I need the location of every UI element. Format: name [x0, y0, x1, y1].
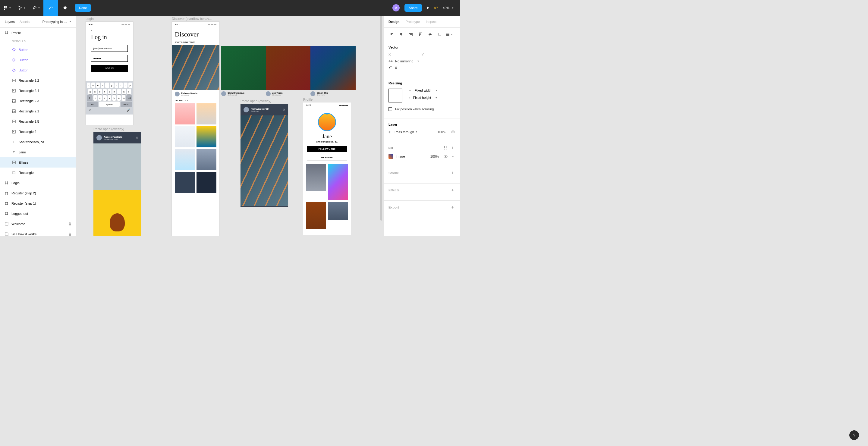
design-tab[interactable]: Design — [389, 20, 400, 24]
layer-item[interactable]: Button — [0, 44, 76, 55]
svg-rect-15 — [5, 222, 8, 225]
fill-opacity-input[interactable]: 100% — [430, 155, 439, 158]
vertical-constraint[interactable]: ↕Fixed height▼ — [408, 96, 455, 99]
zoom-control[interactable]: 40%▼ — [443, 6, 454, 10]
horizontal-constraint[interactable]: ↔Fixed width▼ — [408, 89, 455, 92]
resizing-section: Resizing ↔Fixed width▼ ↕Fixed height▼ Fi… — [384, 77, 460, 119]
align-right-icon[interactable] — [407, 31, 414, 38]
layer-item[interactable]: Welcome — [0, 219, 76, 229]
layer-opacity-input[interactable]: 100% — [438, 130, 446, 134]
artboard-discover[interactable]: 9:27▬ ▬ ▬ Discover WHAT'S NEW TODAY Ridh… — [172, 22, 219, 236]
keyboard: qwertyuiop asdfghjkl ⇧zxcvbnm⌫ 123 space… — [86, 81, 133, 115]
canvas[interactable]: Login 9:27▬ ▬ ▬ ‹ Log in jane@example.co… — [76, 16, 383, 236]
constraints-widget[interactable] — [389, 89, 402, 102]
canvas-scrollbar[interactable] — [380, 16, 382, 221]
login-heading: Log in — [86, 34, 133, 41]
paint-bucket-tool[interactable] — [58, 0, 72, 16]
missing-fonts-badge[interactable]: A? — [434, 6, 438, 10]
align-top-icon[interactable] — [417, 31, 424, 38]
add-export-icon[interactable]: + — [450, 205, 455, 210]
layer-item[interactable]: Button — [0, 55, 76, 65]
bend-tool[interactable] — [43, 0, 58, 16]
carousel-card-2[interactable]: Clem Onojeghuo@clemono2 — [221, 46, 267, 98]
layer-item[interactable]: Rectangle 2.1 — [0, 106, 76, 116]
svg-rect-2 — [4, 9, 5, 10]
message-button: MESSAGE — [307, 154, 347, 161]
prototype-tab[interactable]: Prototype — [406, 20, 420, 24]
assets-tab[interactable]: Assets — [20, 20, 30, 24]
distribute-icon[interactable]: ▼ — [446, 31, 453, 38]
style-icon[interactable]: ⠿ — [443, 146, 448, 150]
main-menu-button[interactable]: ▼ — [0, 0, 14, 16]
visibility-icon[interactable] — [451, 130, 455, 133]
add-effect-icon[interactable]: + — [450, 188, 455, 193]
layer-item[interactable]: Rectangle 2.3 — [0, 96, 76, 106]
author-avatar — [96, 135, 102, 140]
frame-label-login[interactable]: Login — [86, 17, 94, 21]
layer-item[interactable]: Jane — [0, 147, 76, 157]
fix-position-checkbox[interactable]: Fix position when scrolling — [389, 107, 455, 111]
layer-item[interactable]: Login — [0, 178, 76, 188]
layer-item[interactable]: Rectangle 2 — [0, 127, 76, 137]
layer-item[interactable]: Logged out — [0, 209, 76, 219]
pen-tool[interactable]: ▼ — [29, 0, 43, 16]
password-input: •••••••••• — [91, 55, 128, 62]
svg-point-24 — [445, 156, 446, 157]
visibility-icon[interactable] — [444, 155, 448, 158]
frame-label-profile[interactable]: Profile — [303, 98, 313, 101]
left-panel: Layers Assets Prototyping in …▼ ProfileS… — [0, 16, 76, 236]
layer-item[interactable]: Profile — [0, 28, 76, 38]
mirroring-select[interactable]: No mirroring▼ — [389, 59, 455, 63]
layer-item[interactable]: Register (step 1) — [0, 198, 76, 209]
layer-item[interactable]: Rectangle 2.4 — [0, 86, 76, 96]
align-bottom-icon[interactable] — [436, 31, 443, 38]
layer-item[interactable]: Register (step 2) — [0, 188, 76, 198]
file-dropdown[interactable]: Prototyping in …▼ — [42, 20, 71, 24]
svg-rect-1 — [4, 7, 5, 8]
done-button[interactable]: Done — [75, 4, 91, 12]
blend-mode-select[interactable]: Pass through — [395, 130, 414, 134]
artboard-photo-open-1[interactable]: Angelo Pantazis@angelopantazis × — [93, 132, 141, 235]
export-section: Export+ — [384, 201, 460, 218]
artboard-photo-open-2[interactable]: Ridhwan Nordin@ridzjcob × — [241, 104, 288, 207]
present-button[interactable] — [427, 6, 429, 9]
layer-item[interactable]: San francisco, ca — [0, 137, 76, 147]
artboard-profile[interactable]: 9:27▬ ▬ ▬ Jane SAN FRANCISCO, CA FOLLOW … — [303, 102, 351, 235]
profile-location: SAN FRANCISCO, CA — [303, 141, 351, 143]
frame-label-photo1[interactable]: Photo open (overlay) — [93, 127, 124, 131]
fill-section: Fill⠿+ Image100%− — [384, 141, 460, 166]
frame-label-discover[interactable]: Discover (overflow behav… — [172, 17, 213, 21]
layer-item[interactable]: Ellipse — [0, 157, 76, 167]
svg-rect-16 — [69, 224, 71, 225]
share-button[interactable]: Share — [404, 4, 422, 12]
add-stroke-icon[interactable]: + — [450, 170, 455, 176]
carousel-card-4[interactable]: Simon Zhu@smnzhu — [310, 46, 355, 98]
layers-tab[interactable]: Layers — [5, 20, 15, 24]
layer-item[interactable]: Rectangle 2.5 — [0, 116, 76, 127]
layer-item[interactable]: See how it works — [0, 229, 76, 236]
svg-point-22 — [453, 131, 454, 133]
stroke-section: Stroke+ — [384, 166, 460, 184]
frame-label-photo2[interactable]: Photo open (overlay) — [241, 99, 271, 103]
carousel-card-3[interactable]: Jon Tyson@jontyson — [266, 46, 311, 98]
align-center-v-icon[interactable] — [427, 31, 434, 38]
corner-radius-input[interactable]: 0 — [389, 66, 455, 70]
inspect-tab[interactable]: Inspect — [426, 20, 436, 24]
add-fill-icon[interactable]: + — [450, 146, 455, 150]
layer-item[interactable]: Button — [0, 65, 76, 75]
artboard-login[interactable]: 9:27▬ ▬ ▬ ‹ Log in jane@example.com ••••… — [86, 22, 133, 125]
layer-item[interactable]: Rectangle — [0, 167, 76, 178]
align-center-h-icon[interactable] — [398, 31, 405, 38]
layer-item[interactable]: Rectangle 2.2 — [0, 75, 76, 86]
close-icon: × — [136, 136, 138, 140]
align-left-icon[interactable] — [388, 31, 395, 38]
layer-list: ProfileSCROLLSButtonButtonButtonRectangl… — [0, 28, 76, 236]
svg-point-5 — [49, 9, 50, 10]
vector-section: Vector XY No mirroring▼ 0 — [384, 41, 460, 77]
fill-swatch[interactable] — [389, 154, 393, 159]
move-tool[interactable]: ▼ — [14, 0, 29, 16]
user-avatar[interactable]: A — [393, 4, 400, 11]
hero-image — [172, 45, 219, 90]
login-submit: LOG IN — [91, 65, 128, 72]
remove-fill-icon[interactable]: − — [450, 154, 455, 159]
